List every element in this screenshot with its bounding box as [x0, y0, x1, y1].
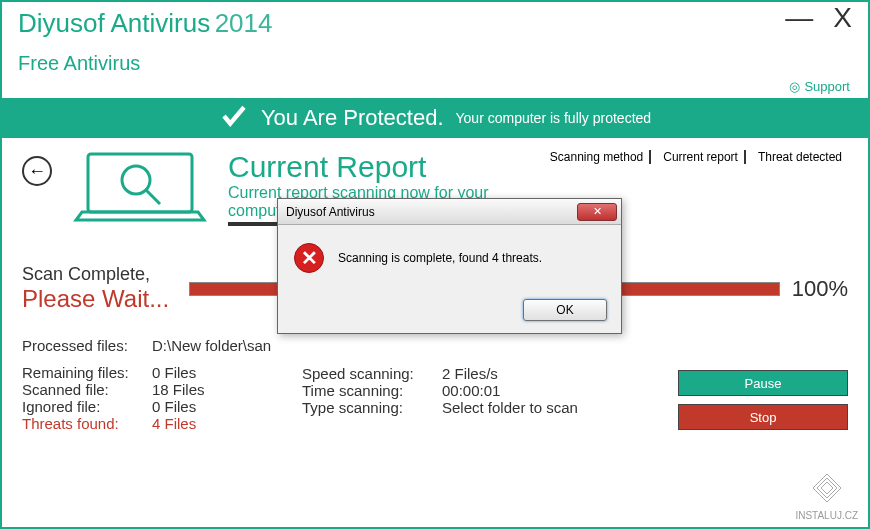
- processed-label: Processed files:: [22, 337, 152, 354]
- svg-line-2: [146, 190, 160, 204]
- type-value: Select folder to scan: [442, 399, 578, 416]
- laptop-scan-icon: [70, 150, 210, 234]
- status-main-text: You Are Protected.: [261, 105, 444, 131]
- scanned-label: Scanned file:: [22, 381, 152, 398]
- time-value: 00:00:01: [442, 382, 500, 399]
- pause-button[interactable]: Pause: [678, 370, 848, 396]
- status-banner: You Are Protected. Your computer is full…: [2, 98, 868, 138]
- scan-status-line1: Scan Complete,: [22, 264, 169, 285]
- tab-scanning-method[interactable]: Scanning method: [544, 150, 651, 164]
- ignored-label: Ignored file:: [22, 398, 152, 415]
- tab-current-report[interactable]: Current report: [657, 150, 746, 164]
- dialog-ok-button[interactable]: OK: [523, 299, 607, 321]
- stop-button[interactable]: Stop: [678, 404, 848, 430]
- app-subtitle: Free Antivirus: [18, 52, 868, 75]
- minimize-button[interactable]: —: [785, 8, 813, 28]
- window-titlebar: Diyusof Antivirus 2014 — X: [2, 2, 868, 58]
- back-button[interactable]: ←: [22, 156, 52, 186]
- page-title: Current Report: [228, 150, 526, 184]
- speed-label: Speed scanning:: [302, 365, 442, 382]
- time-label: Time scanning:: [302, 382, 442, 399]
- speed-value: 2 Files/s: [442, 365, 498, 382]
- remaining-label: Remaining files:: [22, 364, 152, 381]
- tab-threat-detected[interactable]: Threat detected: [752, 150, 848, 164]
- threats-value: 4 Files: [152, 415, 196, 432]
- app-name: Diyusof Antivirus: [18, 8, 210, 38]
- alert-dialog: Diyusof Antivirus ✕ ✕ Scanning is comple…: [277, 198, 622, 334]
- ignored-value: 0 Files: [152, 398, 196, 415]
- support-icon: ◎: [789, 79, 800, 94]
- scanned-value: 18 Files: [152, 381, 205, 398]
- checkmark-icon: [219, 101, 249, 135]
- dialog-message: Scanning is complete, found 4 threats.: [338, 251, 542, 265]
- type-label: Type scanning:: [302, 399, 442, 416]
- progress-percent: 100%: [792, 276, 848, 302]
- status-sub-text: Your computer is fully protected: [456, 110, 652, 126]
- processed-value: D:\New folder\san: [152, 337, 271, 354]
- watermark: INSTALUJ.CZ: [795, 468, 858, 521]
- dialog-title: Diyusof Antivirus: [286, 205, 577, 219]
- threats-label: Threats found:: [22, 415, 152, 432]
- remaining-value: 0 Files: [152, 364, 196, 381]
- svg-rect-0: [88, 154, 192, 212]
- close-button[interactable]: X: [833, 8, 852, 28]
- dialog-close-button[interactable]: ✕: [577, 203, 617, 221]
- scan-status-line2: Please Wait...: [22, 285, 169, 313]
- support-link[interactable]: Support: [804, 79, 850, 94]
- app-year: 2014: [215, 8, 273, 38]
- error-icon: ✕: [294, 243, 324, 273]
- svg-point-1: [122, 166, 150, 194]
